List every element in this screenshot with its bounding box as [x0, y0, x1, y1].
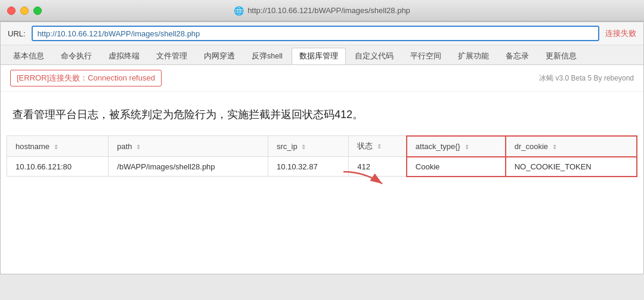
table-header-row: hostname ⇕ path ⇕ src_ip ⇕ 状态 [7, 136, 637, 157]
error-message: [ERROR]连接失败：Connection refused [10, 70, 162, 86]
tab-database-manage[interactable]: 数据库管理 [292, 48, 346, 64]
sort-icon-dr-cookie: ⇕ [552, 144, 557, 150]
tab-reverse-shell[interactable]: 反弹shell [244, 48, 290, 64]
url-bar: URL: 连接失败 [1, 22, 643, 45]
td-dr-cookie: NO_COOKIE_TOKEN [506, 157, 637, 177]
tab-intranet[interactable]: 内网穿透 [196, 48, 243, 64]
sort-icon-path: ⇕ [136, 144, 141, 150]
tab-bar: 基本信息 命令执行 虚拟终端 文件管理 内网穿透 反弹shell 数据库管理 自… [1, 45, 643, 65]
td-hostname[interactable]: 10.10.66.121:80 [7, 157, 109, 177]
th-hostname: hostname ⇕ [7, 136, 109, 157]
table-area: hostname ⇕ path ⇕ src_ip ⇕ 状态 [1, 135, 643, 189]
tab-file-manage[interactable]: 文件管理 [148, 48, 195, 64]
titlebar-url-text: http://10.10.66.121/bWAPP/images/shell28… [247, 6, 410, 15]
tab-update-info[interactable]: 更新信息 [538, 48, 584, 64]
url-label: URL: [8, 29, 26, 38]
th-attack-type: attack_type{} ⇕ [407, 136, 506, 157]
maximize-button[interactable] [33, 7, 42, 15]
tab-custom-code[interactable]: 自定义代码 [347, 48, 401, 64]
tab-basic-info[interactable]: 基本信息 [5, 48, 52, 64]
globe-icon: 🌐 [234, 6, 244, 16]
main-description-text: 查看管理平台日志，被系统判定为危险行为，实施拦截并返回状态码412。 [1, 92, 643, 135]
td-path[interactable]: /bWAPP/images/shell28.php [109, 157, 268, 177]
error-bar: [ERROR]连接失败：Connection refused 冰蝎 v3.0 B… [1, 65, 643, 92]
tab-memo[interactable]: 备忘录 [498, 48, 537, 64]
tab-virtual-terminal[interactable]: 虚拟终端 [101, 48, 147, 64]
main-window: URL: 连接失败 基本信息 命令执行 虚拟终端 文件管理 内网穿透 反弹she… [0, 21, 644, 274]
th-path: path ⇕ [109, 136, 268, 157]
log-table: hostname ⇕ path ⇕ src_ip ⇕ 状态 [7, 135, 637, 177]
content-area: [ERROR]连接失败：Connection refused 冰蝎 v3.0 B… [1, 65, 643, 274]
td-src-ip: 10.10.32.87 [268, 157, 348, 177]
sort-icon-attack-type: ⇕ [465, 144, 469, 150]
titlebar: 🌐 http://10.10.66.121/bWAPP/images/shell… [0, 0, 644, 21]
th-status: 状态 ⇕ [349, 136, 407, 157]
sort-icon-hostname: ⇕ [54, 144, 58, 150]
table-row: 10.10.66.121:80 /bWAPP/images/shell28.ph… [7, 157, 637, 177]
tab-parallel-space[interactable]: 平行空间 [402, 48, 449, 64]
sort-icon-src-ip: ⇕ [301, 144, 306, 150]
tab-command-exec[interactable]: 命令执行 [53, 48, 100, 64]
url-input[interactable] [32, 26, 599, 41]
titlebar-url: 🌐 http://10.10.66.121/bWAPP/images/shell… [234, 6, 410, 16]
th-dr-cookie: dr_cookie ⇕ [506, 136, 637, 157]
sort-icon-status: ⇕ [377, 143, 382, 150]
tab-extend-func[interactable]: 扩展功能 [450, 48, 497, 64]
window-controls[interactable] [7, 7, 42, 15]
minimize-button[interactable] [20, 7, 29, 15]
connect-fail-badge: 连接失败 [605, 28, 636, 39]
td-attack-type: Cookie [407, 157, 506, 177]
close-button[interactable] [7, 7, 16, 15]
th-src-ip: src_ip ⇕ [268, 136, 348, 157]
arrow-annotation [338, 169, 391, 194]
version-info: 冰蝎 v3.0 Beta 5 By rebeyond [539, 73, 634, 83]
